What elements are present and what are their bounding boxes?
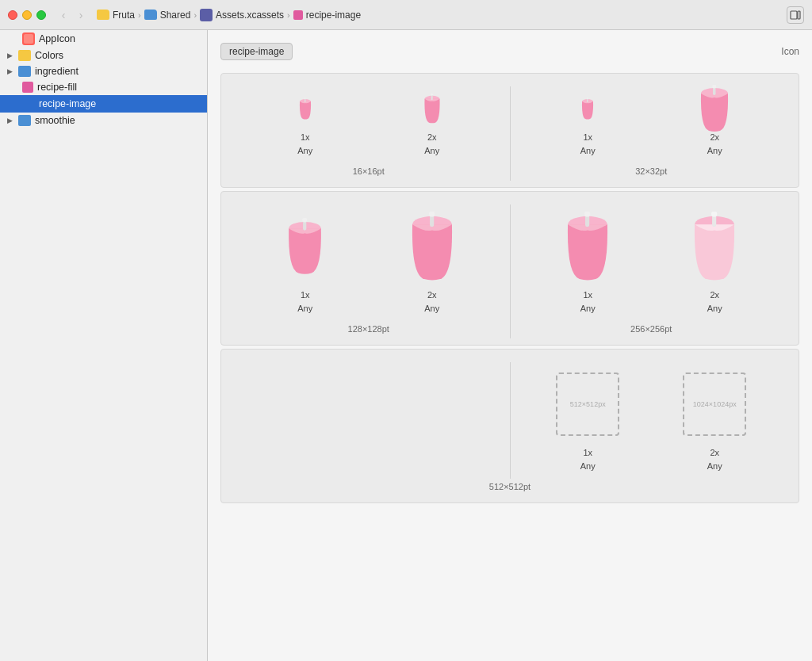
asset-section-16: 1xAny [220, 73, 799, 188]
cell-256-2x[interactable]: 2xAny [651, 204, 778, 321]
folder-blue-icon [144, 10, 157, 20]
section-row-128: 1xAny [228, 204, 792, 338]
placeholder-1024-label: 1024×1024px [693, 400, 737, 408]
image-16-1x [297, 93, 313, 124]
inspector-icon [790, 10, 801, 21]
svg-point-26 [429, 212, 435, 217]
scale-512-2x: 2xAny [707, 446, 722, 472]
cell-512-1x[interactable]: 512×512px 1xAny [524, 362, 651, 479]
scale-256-1x: 1xAny [580, 288, 596, 315]
breadcrumb-sep-1: › [138, 10, 141, 20]
asset-header: recipe-image Icon [220, 43, 799, 60]
scale-16-1x: 1xAny [297, 131, 312, 157]
smoothie-icon [18, 115, 31, 126]
section-half-256x256: 1xAny [511, 204, 793, 338]
breadcrumb-shared[interactable]: Shared [144, 10, 191, 21]
sidebar-item-recipe-fill[interactable]: recipe-fill [0, 79, 207, 95]
image-128-1x [283, 211, 327, 282]
breadcrumb-fruta-label: Fruta [113, 10, 135, 21]
sidebar-ingredient-label: ingredient [35, 66, 79, 77]
cells-32x32: 1xAny [524, 86, 778, 163]
cell-128-1x[interactable]: 1xAny [242, 204, 369, 321]
scale-16-2x: 2xAny [424, 131, 439, 157]
forward-button[interactable]: › [73, 7, 89, 23]
sidebar-recipe-fill-label: recipe-fill [37, 82, 77, 93]
section-row-512: 512×512px 1xAny 1024×1024px 2xAn [228, 362, 792, 479]
placeholder-1024: 1024×1024px [683, 373, 746, 436]
titlebar-right [787, 6, 804, 24]
colors-disclosure: ▶ [5, 51, 14, 60]
svg-rect-6 [22, 82, 33, 93]
minimize-button[interactable] [22, 10, 32, 20]
sidebar-item-ingredient[interactable]: ▶ ingredient [0, 63, 207, 79]
asset-icon [293, 10, 303, 20]
breadcrumb-asset[interactable]: recipe-image [293, 10, 361, 21]
sidebar-item-colors[interactable]: ▶ Colors [0, 48, 207, 63]
asset-section-512: 512×512px 1xAny 1024×1024px 2xAn [220, 349, 799, 503]
breadcrumb-xcassets[interactable]: Assets.xcassets [200, 9, 284, 21]
cell-128-2x[interactable]: 2xAny [369, 204, 496, 321]
back-button[interactable]: ‹ [56, 7, 71, 23]
breadcrumb-xcassets-label: Assets.xcassets [216, 10, 284, 21]
sidebar-item-recipe-image[interactable]: recipe-image [0, 95, 207, 113]
scale-128-2x: 2xAny [424, 288, 439, 315]
svg-rect-8 [18, 115, 31, 126]
breadcrumb-asset-label: recipe-image [306, 10, 361, 21]
main-layout: AppIcon ▶ Colors ▶ ingredient recipe-fil… [0, 30, 812, 661]
breadcrumb-sep-2: › [193, 10, 197, 20]
section-half-128x128: 1xAny [228, 204, 511, 338]
cell-16-2x[interactable]: 2xAny [369, 86, 496, 163]
scale-512-1x: 1xAny [580, 446, 596, 472]
cell-32-1x[interactable]: 1xAny [524, 86, 651, 163]
placeholder-512-label: 512×512px [570, 400, 606, 408]
cup-svg-256-1x [561, 212, 615, 281]
scale-128-1x: 1xAny [297, 288, 312, 315]
svg-point-29 [584, 212, 590, 217]
sidebar-smoothie-label: smoothie [35, 115, 75, 126]
label-16x16: 16×16pt [353, 166, 385, 181]
svg-point-32 [711, 212, 717, 217]
breadcrumb-fruta[interactable]: Fruta [97, 10, 135, 21]
content-area: recipe-image Icon [208, 30, 812, 661]
section-half-512-content: 512×512px 1xAny 1024×1024px 2xAn [511, 362, 793, 479]
close-button[interactable] [8, 10, 17, 20]
sidebar-appicon-label: AppIcon [39, 33, 75, 44]
inspector-button[interactable] [787, 6, 804, 24]
scale-32-1x: 1xAny [580, 131, 596, 157]
cells-256x256: 1xAny [524, 204, 778, 321]
sidebar-colors-label: Colors [35, 50, 63, 61]
section-half-512 [228, 362, 511, 479]
cup-svg-32-2x [696, 85, 733, 132]
image-32-1x [580, 93, 596, 124]
colors-icon [18, 50, 31, 61]
maximize-button[interactable] [36, 10, 46, 20]
scale-256-2x: 2xAny [707, 288, 722, 315]
cells-128x128: 1xAny [242, 204, 496, 321]
cells-16x16: 1xAny [242, 86, 496, 163]
cup-svg-128-2x [405, 212, 459, 281]
image-512-2x: 1024×1024px [683, 369, 746, 440]
image-512-1x: 512×512px [556, 369, 619, 440]
label-32x32: 32×32pt [635, 166, 667, 181]
breadcrumb-shared-label: Shared [160, 10, 191, 21]
breadcrumb-sep-3: › [287, 10, 290, 20]
svg-point-23 [302, 218, 307, 223]
cup-svg-16-1x [297, 97, 313, 120]
svg-rect-4 [18, 50, 31, 61]
ingredient-icon [18, 66, 31, 77]
cup-svg-32-1x [580, 97, 596, 120]
breadcrumb: Fruta › Shared › Assets.xcassets › recip… [97, 9, 361, 21]
cell-256-1x[interactable]: 1xAny [524, 204, 651, 321]
window-controls [8, 10, 46, 20]
cup-svg-256-2x [688, 212, 741, 281]
asset-title: recipe-image [220, 43, 293, 60]
svg-rect-0 [791, 11, 797, 19]
xcassets-icon [200, 9, 213, 21]
cell-16-1x[interactable]: 1xAny [242, 86, 369, 163]
cell-32-2x[interactable]: 2xAny [651, 86, 778, 163]
cell-512-2x[interactable]: 1024×1024px 2xAny [651, 362, 778, 479]
sidebar-item-smoothie[interactable]: ▶ smoothie [0, 113, 207, 128]
sidebar-item-appicon[interactable]: AppIcon [0, 30, 207, 48]
image-256-1x [561, 211, 615, 282]
label-128x128: 128×128pt [348, 324, 389, 338]
